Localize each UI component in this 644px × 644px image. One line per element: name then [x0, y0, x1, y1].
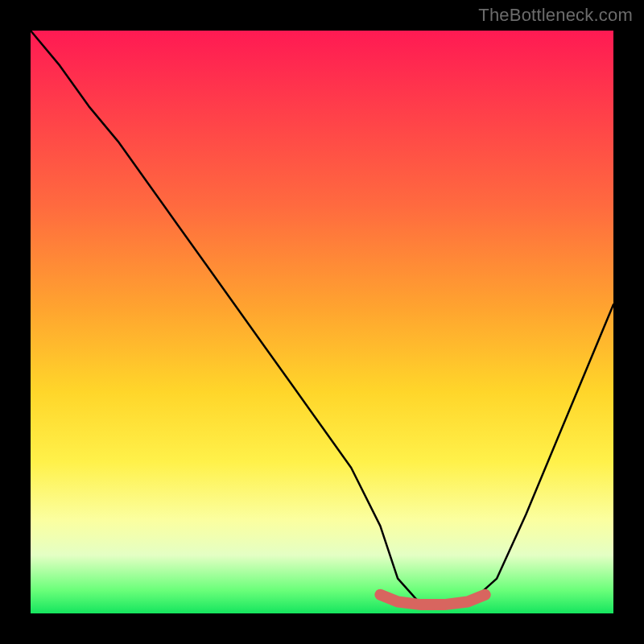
curve-svg: [31, 31, 613, 613]
plot-area: [31, 31, 613, 613]
main-curve-line: [31, 31, 613, 606]
chart-frame: TheBottleneck.com: [0, 0, 644, 644]
watermark-text: TheBottleneck.com: [478, 5, 633, 26]
bottom-highlight: [380, 595, 485, 605]
